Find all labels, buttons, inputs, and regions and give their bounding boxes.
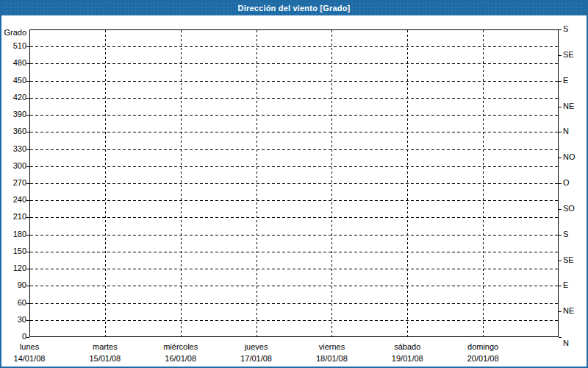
y-axis-left-tick-label: 270 [3, 178, 26, 188]
y-axis-right-tick [559, 286, 562, 286]
y-axis-left-tick-label: 30 [3, 315, 26, 325]
horizontal-gridline [30, 98, 558, 99]
horizontal-gridline [30, 286, 558, 286]
x-axis-date-label: 19/01/08 [374, 354, 440, 364]
x-axis-day-label: martes [72, 342, 138, 352]
y-axis-left-tick [26, 200, 29, 201]
y-axis-right-tick-label: NE [563, 306, 574, 316]
y-axis-left-tick [26, 235, 29, 236]
horizontal-gridline [30, 320, 558, 321]
y-axis-left-tick-label: 360 [3, 127, 26, 136]
horizontal-gridline [30, 81, 558, 82]
y-axis-left-tick-label: 450 [3, 76, 26, 85]
y-axis-left-tick [26, 320, 29, 321]
x-axis-date-label: 15/01/08 [72, 354, 138, 364]
y-axis-right-tick-label: S [563, 24, 568, 34]
x-axis-date-label: 18/01/08 [298, 354, 365, 364]
y-axis-right-tick-label: O [563, 178, 570, 188]
y-axis-right-tick [559, 337, 562, 338]
y-axis-unit-label: Grado [1, 28, 26, 38]
horizontal-gridline [30, 115, 558, 116]
y-axis-left-tick [26, 217, 29, 218]
y-axis-right-tick-label: SE [563, 255, 574, 265]
horizontal-gridline [30, 235, 558, 236]
horizontal-gridline [30, 149, 558, 150]
y-axis-left-tick [26, 269, 29, 269]
y-axis-left-tick-label: 90 [3, 280, 26, 290]
y-axis-right-tick-label: NO [563, 152, 576, 162]
x-axis-day-label: viernes [298, 342, 365, 352]
y-axis-right-tick-label: S [563, 230, 568, 239]
y-axis-left-tick-label: 120 [3, 263, 26, 273]
y-axis-left-tick-label: 330 [3, 144, 26, 154]
y-axis-right-tick-label: SE [563, 50, 574, 60]
y-axis-left-tick [26, 286, 29, 286]
y-axis-right-tick-label: NE [563, 102, 574, 111]
y-axis-right-tick-label: SO [563, 204, 575, 213]
y-axis-left-tick [26, 149, 29, 150]
y-axis-right-tick-label: E [563, 280, 568, 290]
horizontal-gridline [30, 200, 558, 201]
horizontal-gridline [30, 63, 558, 64]
y-axis-left-tick-label: 180 [3, 230, 26, 239]
y-axis-left-tick [26, 166, 29, 167]
y-axis-right-tick [559, 132, 562, 132]
y-axis-left-tick [26, 46, 29, 47]
y-axis-right-tick [559, 311, 562, 312]
vertical-gridline [181, 30, 182, 336]
horizontal-gridline [30, 132, 558, 132]
y-axis-right-tick [559, 261, 562, 261]
y-axis-left-tick [26, 303, 29, 304]
x-axis-day-label: jueves [223, 342, 290, 352]
y-axis-left-tick [26, 252, 29, 252]
x-axis-date-label: 14/01/08 [0, 354, 62, 364]
y-axis-left-tick [26, 81, 29, 82]
vertical-gridline [483, 30, 484, 336]
y-axis-left-tick [26, 115, 29, 116]
y-axis-right-tick-label: E [563, 76, 568, 85]
horizontal-gridline [30, 166, 558, 167]
y-axis-right-tick [559, 29, 562, 30]
x-axis-day-label: miércoles [148, 342, 214, 352]
y-axis-left-tick-label: 390 [3, 110, 26, 119]
y-axis-right-tick [559, 107, 562, 107]
y-axis-left-tick-label: 60 [3, 298, 26, 308]
y-axis-left-tick-label: 0 [3, 332, 26, 342]
x-axis-day-label: sábado [374, 342, 440, 352]
horizontal-gridline [30, 183, 558, 184]
y-axis-right-tick [559, 81, 562, 82]
y-axis-right-tick [559, 183, 562, 184]
x-axis-date-label: 17/01/08 [223, 354, 290, 364]
plot-area [29, 29, 559, 337]
vertical-gridline [257, 30, 257, 336]
horizontal-gridline [30, 252, 558, 252]
horizontal-gridline [30, 217, 558, 218]
chart-window: Dirección del viento [Grado] Grado 03060… [0, 0, 588, 368]
x-axis-day-label: lunes [0, 342, 62, 352]
y-axis-left-tick [26, 98, 29, 99]
horizontal-gridline [30, 46, 558, 47]
y-axis-left-tick [26, 337, 29, 338]
vertical-gridline [331, 30, 332, 336]
y-axis-right-tick [559, 209, 562, 210]
x-axis-date-label: 20/01/08 [450, 354, 516, 364]
vertical-gridline [407, 30, 408, 336]
x-axis-day-label: domingo [450, 342, 516, 352]
vertical-gridline [105, 30, 106, 336]
horizontal-gridline [30, 269, 558, 269]
y-axis-left-tick-label: 420 [3, 93, 26, 102]
y-axis-right-tick [559, 158, 562, 158]
chart-title: Dirección del viento [Grado] [1, 1, 587, 15]
y-axis-right-tick [559, 235, 562, 236]
y-axis-left-tick [26, 63, 29, 64]
y-axis-right-tick [559, 55, 562, 56]
y-axis-left-tick-label: 240 [3, 195, 26, 205]
x-axis-date-label: 16/01/08 [148, 354, 214, 364]
y-axis-left-tick [26, 183, 29, 184]
y-axis-left-tick-label: 480 [3, 58, 26, 68]
y-axis-left-tick-label: 300 [3, 161, 26, 171]
y-axis-left-tick [26, 132, 29, 132]
y-axis-left-tick-label: 210 [3, 212, 26, 222]
horizontal-gridline [30, 303, 558, 304]
y-axis-left-tick-label: 150 [3, 247, 26, 256]
